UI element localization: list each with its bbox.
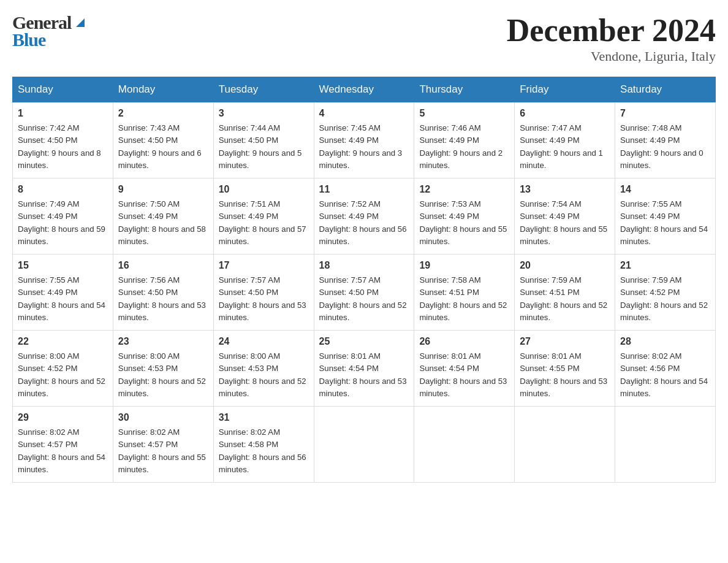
day-number: 14 — [620, 182, 710, 197]
logo: General Blue — [12, 12, 87, 50]
calendar-cell: 5 Sunrise: 7:46 AMSunset: 4:49 PMDayligh… — [414, 102, 515, 178]
day-info: Sunrise: 8:01 AMSunset: 4:55 PMDaylight:… — [520, 351, 607, 398]
day-number: 21 — [620, 258, 710, 273]
day-number: 9 — [118, 182, 208, 197]
svg-marker-0 — [76, 18, 85, 27]
title-block: December 2024 Vendone, Liguria, Italy — [507, 12, 716, 64]
day-number: 25 — [319, 334, 409, 349]
calendar-week-row: 22 Sunrise: 8:00 AMSunset: 4:52 PMDaylig… — [13, 331, 716, 407]
calendar-cell: 21 Sunrise: 7:59 AMSunset: 4:52 PMDaylig… — [615, 255, 716, 331]
calendar-cell: 27 Sunrise: 8:01 AMSunset: 4:55 PMDaylig… — [515, 331, 615, 407]
day-number: 7 — [620, 106, 710, 121]
calendar-cell: 7 Sunrise: 7:48 AMSunset: 4:49 PMDayligh… — [615, 102, 716, 178]
day-info: Sunrise: 7:59 AMSunset: 4:52 PMDaylight:… — [620, 275, 708, 322]
day-number: 29 — [18, 410, 108, 425]
calendar-week-row: 15 Sunrise: 7:55 AMSunset: 4:49 PMDaylig… — [13, 255, 716, 331]
day-info: Sunrise: 7:46 AMSunset: 4:49 PMDaylight:… — [419, 123, 502, 170]
calendar-cell — [414, 407, 515, 483]
day-info: Sunrise: 8:00 AMSunset: 4:53 PMDaylight:… — [219, 351, 306, 398]
calendar-cell: 10 Sunrise: 7:51 AMSunset: 4:49 PMDaylig… — [213, 178, 314, 255]
page-header: General Blue December 2024 Vendone, Ligu… — [12, 12, 716, 64]
day-number: 24 — [219, 334, 309, 349]
day-header-friday: Friday — [515, 77, 615, 102]
day-info: Sunrise: 7:55 AMSunset: 4:49 PMDaylight:… — [18, 275, 105, 322]
calendar-cell: 11 Sunrise: 7:52 AMSunset: 4:49 PMDaylig… — [314, 178, 414, 255]
day-number: 6 — [520, 106, 610, 121]
day-header-thursday: Thursday — [414, 77, 515, 102]
day-info: Sunrise: 7:53 AMSunset: 4:49 PMDaylight:… — [419, 199, 507, 246]
calendar-week-row: 8 Sunrise: 7:49 AMSunset: 4:49 PMDayligh… — [13, 178, 716, 255]
day-info: Sunrise: 7:49 AMSunset: 4:49 PMDaylight:… — [18, 199, 105, 246]
calendar-cell: 31 Sunrise: 8:02 AMSunset: 4:58 PMDaylig… — [213, 407, 314, 483]
calendar-week-row: 29 Sunrise: 8:02 AMSunset: 4:57 PMDaylig… — [13, 407, 716, 483]
day-info: Sunrise: 8:01 AMSunset: 4:54 PMDaylight:… — [319, 351, 407, 398]
calendar-table: SundayMondayTuesdayWednesdayThursdayFrid… — [12, 77, 716, 483]
calendar-cell: 4 Sunrise: 7:45 AMSunset: 4:49 PMDayligh… — [314, 102, 414, 178]
calendar-cell: 18 Sunrise: 7:57 AMSunset: 4:50 PMDaylig… — [314, 255, 414, 331]
calendar-cell: 17 Sunrise: 7:57 AMSunset: 4:50 PMDaylig… — [213, 255, 314, 331]
day-number: 2 — [118, 106, 208, 121]
day-info: Sunrise: 7:47 AMSunset: 4:49 PMDaylight:… — [520, 123, 603, 170]
calendar-cell: 13 Sunrise: 7:54 AMSunset: 4:49 PMDaylig… — [515, 178, 615, 255]
day-number: 17 — [219, 258, 309, 273]
day-number: 31 — [219, 410, 309, 425]
calendar-cell: 26 Sunrise: 8:01 AMSunset: 4:54 PMDaylig… — [414, 331, 515, 407]
calendar-cell: 6 Sunrise: 7:47 AMSunset: 4:49 PMDayligh… — [515, 102, 615, 178]
calendar-cell: 16 Sunrise: 7:56 AMSunset: 4:50 PMDaylig… — [113, 255, 213, 331]
day-number: 20 — [520, 258, 610, 273]
calendar-cell: 28 Sunrise: 8:02 AMSunset: 4:56 PMDaylig… — [615, 331, 716, 407]
day-header-tuesday: Tuesday — [213, 77, 314, 102]
day-number: 30 — [118, 410, 208, 425]
calendar-week-row: 1 Sunrise: 7:42 AMSunset: 4:50 PMDayligh… — [13, 102, 716, 178]
calendar-cell — [314, 407, 414, 483]
day-number: 1 — [18, 106, 108, 121]
day-number: 3 — [219, 106, 309, 121]
day-number: 11 — [319, 182, 409, 197]
day-info: Sunrise: 8:00 AMSunset: 4:52 PMDaylight:… — [18, 351, 105, 398]
day-info: Sunrise: 7:42 AMSunset: 4:50 PMDaylight:… — [18, 123, 101, 170]
day-info: Sunrise: 7:45 AMSunset: 4:49 PMDaylight:… — [319, 123, 403, 170]
day-info: Sunrise: 7:44 AMSunset: 4:50 PMDaylight:… — [219, 123, 302, 170]
logo-blue-text: Blue — [12, 29, 45, 50]
day-info: Sunrise: 7:51 AMSunset: 4:49 PMDaylight:… — [219, 199, 306, 246]
day-info: Sunrise: 7:59 AMSunset: 4:51 PMDaylight:… — [520, 275, 607, 322]
day-number: 10 — [219, 182, 309, 197]
day-info: Sunrise: 7:54 AMSunset: 4:49 PMDaylight:… — [520, 199, 607, 246]
calendar-cell: 3 Sunrise: 7:44 AMSunset: 4:50 PMDayligh… — [213, 102, 314, 178]
day-info: Sunrise: 7:48 AMSunset: 4:49 PMDaylight:… — [620, 123, 703, 170]
calendar-cell: 8 Sunrise: 7:49 AMSunset: 4:49 PMDayligh… — [13, 178, 113, 255]
calendar-cell: 23 Sunrise: 8:00 AMSunset: 4:53 PMDaylig… — [113, 331, 213, 407]
day-number: 23 — [118, 334, 208, 349]
day-info: Sunrise: 7:57 AMSunset: 4:50 PMDaylight:… — [219, 275, 306, 322]
calendar-cell: 1 Sunrise: 7:42 AMSunset: 4:50 PMDayligh… — [13, 102, 113, 178]
day-info: Sunrise: 8:00 AMSunset: 4:53 PMDaylight:… — [118, 351, 206, 398]
day-number: 15 — [18, 258, 108, 273]
calendar-cell: 12 Sunrise: 7:53 AMSunset: 4:49 PMDaylig… — [414, 178, 515, 255]
day-info: Sunrise: 7:50 AMSunset: 4:49 PMDaylight:… — [118, 199, 206, 246]
calendar-cell: 20 Sunrise: 7:59 AMSunset: 4:51 PMDaylig… — [515, 255, 615, 331]
day-number: 8 — [18, 182, 108, 197]
day-number: 28 — [620, 334, 710, 349]
day-info: Sunrise: 8:02 AMSunset: 4:57 PMDaylight:… — [118, 427, 206, 474]
day-number: 13 — [520, 182, 610, 197]
day-header-wednesday: Wednesday — [314, 77, 414, 102]
calendar-title: December 2024 — [507, 12, 716, 48]
calendar-cell: 9 Sunrise: 7:50 AMSunset: 4:49 PMDayligh… — [113, 178, 213, 255]
day-number: 27 — [520, 334, 610, 349]
day-info: Sunrise: 8:02 AMSunset: 4:56 PMDaylight:… — [620, 351, 708, 398]
calendar-cell: 24 Sunrise: 8:00 AMSunset: 4:53 PMDaylig… — [213, 331, 314, 407]
day-number: 5 — [419, 106, 509, 121]
calendar-cell — [615, 407, 716, 483]
day-info: Sunrise: 8:02 AMSunset: 4:57 PMDaylight:… — [18, 427, 105, 474]
calendar-cell: 14 Sunrise: 7:55 AMSunset: 4:49 PMDaylig… — [615, 178, 716, 255]
day-number: 12 — [419, 182, 509, 197]
day-info: Sunrise: 7:57 AMSunset: 4:50 PMDaylight:… — [319, 275, 407, 322]
calendar-subtitle: Vendone, Liguria, Italy — [507, 48, 716, 64]
day-header-sunday: Sunday — [13, 77, 113, 102]
calendar-cell: 22 Sunrise: 8:00 AMSunset: 4:52 PMDaylig… — [13, 331, 113, 407]
day-number: 16 — [118, 258, 208, 273]
logo-icon — [74, 16, 87, 29]
day-header-monday: Monday — [113, 77, 213, 102]
day-info: Sunrise: 7:55 AMSunset: 4:49 PMDaylight:… — [620, 199, 708, 246]
calendar-cell: 19 Sunrise: 7:58 AMSunset: 4:51 PMDaylig… — [414, 255, 515, 331]
